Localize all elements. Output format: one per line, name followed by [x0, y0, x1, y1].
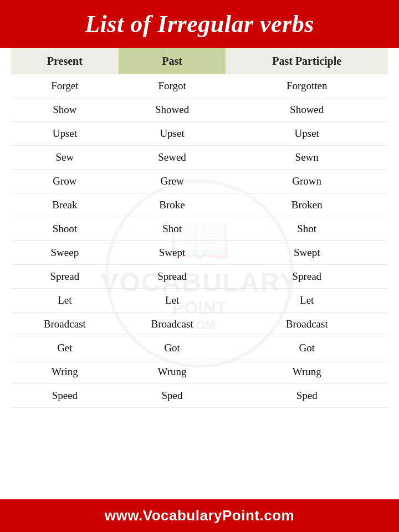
- irregular-verbs-table: Present Past Past Participle ForgetForgo…: [11, 48, 388, 408]
- table-row: SweepSweptSwept: [11, 241, 388, 265]
- cell-row1-col0: Show: [11, 98, 119, 122]
- cell-row11-col0: Get: [11, 336, 119, 360]
- col-past: Past: [119, 48, 226, 74]
- cell-row0-col2: Forgotten: [226, 74, 388, 98]
- cell-row10-col2: Broadcast: [226, 313, 388, 336]
- cell-row13-col1: Sped: [119, 384, 226, 408]
- table-row: GrowGrewGrown: [11, 170, 388, 193]
- cell-row9-col0: Let: [11, 289, 119, 313]
- cell-row13-col0: Speed: [11, 384, 119, 408]
- cell-row3-col1: Sewed: [119, 146, 226, 170]
- cell-row5-col2: Broken: [226, 193, 388, 217]
- cell-row6-col1: Shot: [119, 217, 226, 241]
- cell-row6-col2: Shot: [226, 217, 388, 241]
- table-row: BreakBrokeBroken: [11, 193, 388, 217]
- table-row: GetGotGot: [11, 336, 388, 360]
- cell-row3-col2: Sewn: [226, 146, 388, 170]
- cell-row12-col0: Wring: [11, 360, 119, 384]
- cell-row4-col2: Grown: [226, 170, 388, 193]
- cell-row2-col0: Upset: [11, 122, 119, 146]
- table-row: LetLetLet: [11, 289, 388, 313]
- cell-row7-col2: Swept: [226, 241, 388, 265]
- page-header: List of Irregular verbs: [0, 0, 399, 48]
- table-row: ForgetForgotForgotten: [11, 74, 388, 98]
- cell-row8-col0: Spread: [11, 265, 119, 289]
- cell-row4-col1: Grew: [119, 170, 226, 193]
- cell-row1-col1: Showed: [119, 98, 226, 122]
- table-row: WringWrungWrung: [11, 360, 388, 384]
- cell-row9-col1: Let: [119, 289, 226, 313]
- table-row: UpsetUpsetUpset: [11, 122, 388, 146]
- cell-row0-col1: Forgot: [119, 74, 226, 98]
- page-title: List of Irregular verbs: [11, 10, 388, 38]
- cell-row6-col0: Shoot: [11, 217, 119, 241]
- table-header-row: Present Past Past Participle: [11, 48, 388, 74]
- table-row: SewSewedSewn: [11, 146, 388, 170]
- cell-row7-col0: Sweep: [11, 241, 119, 265]
- cell-row12-col2: Wrung: [226, 360, 388, 384]
- cell-row2-col2: Upset: [226, 122, 388, 146]
- cell-row5-col1: Broke: [119, 193, 226, 217]
- table-row: SpeedSpedSped: [11, 384, 388, 408]
- cell-row0-col0: Forget: [11, 74, 119, 98]
- cell-row1-col2: Showed: [226, 98, 388, 122]
- cell-row11-col2: Got: [226, 336, 388, 360]
- table-body: ForgetForgotForgottenShowShowedShowedUps…: [11, 74, 388, 408]
- table-row: BroadcastBroadcastBroadcast: [11, 313, 388, 336]
- cell-row10-col1: Broadcast: [119, 313, 226, 336]
- page-footer: www.VocabularyPoint.com: [0, 499, 399, 532]
- table-row: ShootShotShot: [11, 217, 388, 241]
- col-past-participle: Past Participle: [226, 48, 388, 74]
- cell-row11-col1: Got: [119, 336, 226, 360]
- cell-row2-col1: Upset: [119, 122, 226, 146]
- cell-row4-col0: Grow: [11, 170, 119, 193]
- cell-row8-col1: Spread: [119, 265, 226, 289]
- footer-url: www.VocabularyPoint.com: [105, 507, 294, 524]
- cell-row13-col2: Sped: [226, 384, 388, 408]
- table-section: 📖 VOCABULARY POINT .COM Present Past Pas…: [0, 48, 399, 499]
- cell-row12-col1: Wrung: [119, 360, 226, 384]
- cell-row7-col1: Swept: [119, 241, 226, 265]
- col-present: Present: [11, 48, 119, 74]
- table-row: ShowShowedShowed: [11, 98, 388, 122]
- cell-row8-col2: Spread: [226, 265, 388, 289]
- cell-row5-col0: Break: [11, 193, 119, 217]
- cell-row9-col2: Let: [226, 289, 388, 313]
- cell-row3-col0: Sew: [11, 146, 119, 170]
- table-row: SpreadSpreadSpread: [11, 265, 388, 289]
- cell-row10-col0: Broadcast: [11, 313, 119, 336]
